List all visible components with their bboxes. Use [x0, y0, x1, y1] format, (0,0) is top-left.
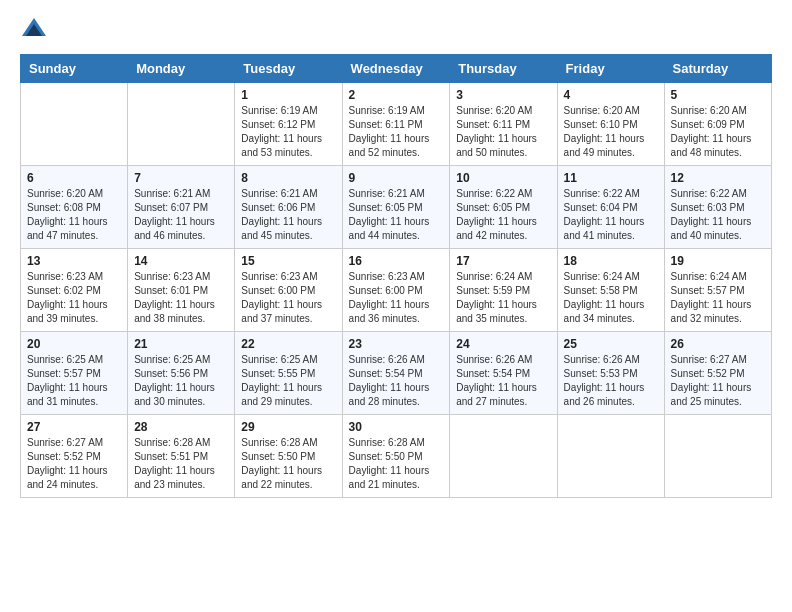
day-number: 13: [27, 254, 121, 268]
day-number: 7: [134, 171, 228, 185]
day-number: 21: [134, 337, 228, 351]
day-info: Sunrise: 6:28 AM Sunset: 5:50 PM Dayligh…: [241, 436, 335, 492]
day-number: 1: [241, 88, 335, 102]
calendar-cell: 20Sunrise: 6:25 AM Sunset: 5:57 PM Dayli…: [21, 332, 128, 415]
day-info: Sunrise: 6:21 AM Sunset: 6:07 PM Dayligh…: [134, 187, 228, 243]
day-info: Sunrise: 6:24 AM Sunset: 5:58 PM Dayligh…: [564, 270, 658, 326]
calendar-cell: 25Sunrise: 6:26 AM Sunset: 5:53 PM Dayli…: [557, 332, 664, 415]
week-row-1: 1Sunrise: 6:19 AM Sunset: 6:12 PM Daylig…: [21, 83, 772, 166]
calendar-cell: 13Sunrise: 6:23 AM Sunset: 6:02 PM Dayli…: [21, 249, 128, 332]
day-info: Sunrise: 6:27 AM Sunset: 5:52 PM Dayligh…: [27, 436, 121, 492]
calendar-cell: [21, 83, 128, 166]
day-info: Sunrise: 6:26 AM Sunset: 5:54 PM Dayligh…: [456, 353, 550, 409]
day-number: 4: [564, 88, 658, 102]
calendar-cell: [557, 415, 664, 498]
day-info: Sunrise: 6:20 AM Sunset: 6:10 PM Dayligh…: [564, 104, 658, 160]
week-row-5: 27Sunrise: 6:27 AM Sunset: 5:52 PM Dayli…: [21, 415, 772, 498]
calendar-cell: 21Sunrise: 6:25 AM Sunset: 5:56 PM Dayli…: [128, 332, 235, 415]
week-row-4: 20Sunrise: 6:25 AM Sunset: 5:57 PM Dayli…: [21, 332, 772, 415]
day-number: 2: [349, 88, 444, 102]
week-row-2: 6Sunrise: 6:20 AM Sunset: 6:08 PM Daylig…: [21, 166, 772, 249]
day-info: Sunrise: 6:28 AM Sunset: 5:51 PM Dayligh…: [134, 436, 228, 492]
day-number: 14: [134, 254, 228, 268]
calendar-cell: 29Sunrise: 6:28 AM Sunset: 5:50 PM Dayli…: [235, 415, 342, 498]
day-info: Sunrise: 6:21 AM Sunset: 6:05 PM Dayligh…: [349, 187, 444, 243]
day-number: 20: [27, 337, 121, 351]
day-number: 26: [671, 337, 765, 351]
day-number: 25: [564, 337, 658, 351]
day-info: Sunrise: 6:22 AM Sunset: 6:03 PM Dayligh…: [671, 187, 765, 243]
day-info: Sunrise: 6:23 AM Sunset: 6:00 PM Dayligh…: [349, 270, 444, 326]
day-info: Sunrise: 6:20 AM Sunset: 6:09 PM Dayligh…: [671, 104, 765, 160]
day-info: Sunrise: 6:27 AM Sunset: 5:52 PM Dayligh…: [671, 353, 765, 409]
calendar-cell: 16Sunrise: 6:23 AM Sunset: 6:00 PM Dayli…: [342, 249, 450, 332]
calendar-cell: 11Sunrise: 6:22 AM Sunset: 6:04 PM Dayli…: [557, 166, 664, 249]
day-number: 11: [564, 171, 658, 185]
day-info: Sunrise: 6:25 AM Sunset: 5:57 PM Dayligh…: [27, 353, 121, 409]
calendar-cell: 22Sunrise: 6:25 AM Sunset: 5:55 PM Dayli…: [235, 332, 342, 415]
day-info: Sunrise: 6:22 AM Sunset: 6:05 PM Dayligh…: [456, 187, 550, 243]
calendar-table: SundayMondayTuesdayWednesdayThursdayFrid…: [20, 54, 772, 498]
day-number: 8: [241, 171, 335, 185]
weekday-wednesday: Wednesday: [342, 55, 450, 83]
calendar-cell: 10Sunrise: 6:22 AM Sunset: 6:05 PM Dayli…: [450, 166, 557, 249]
day-number: 10: [456, 171, 550, 185]
calendar-cell: 5Sunrise: 6:20 AM Sunset: 6:09 PM Daylig…: [664, 83, 771, 166]
day-number: 6: [27, 171, 121, 185]
day-info: Sunrise: 6:24 AM Sunset: 5:57 PM Dayligh…: [671, 270, 765, 326]
calendar-cell: 23Sunrise: 6:26 AM Sunset: 5:54 PM Dayli…: [342, 332, 450, 415]
day-number: 12: [671, 171, 765, 185]
day-info: Sunrise: 6:20 AM Sunset: 6:11 PM Dayligh…: [456, 104, 550, 160]
day-info: Sunrise: 6:25 AM Sunset: 5:56 PM Dayligh…: [134, 353, 228, 409]
day-number: 30: [349, 420, 444, 434]
day-info: Sunrise: 6:20 AM Sunset: 6:08 PM Dayligh…: [27, 187, 121, 243]
logo-icon: [20, 16, 48, 44]
calendar-cell: 27Sunrise: 6:27 AM Sunset: 5:52 PM Dayli…: [21, 415, 128, 498]
calendar-cell: 26Sunrise: 6:27 AM Sunset: 5:52 PM Dayli…: [664, 332, 771, 415]
calendar-cell: 9Sunrise: 6:21 AM Sunset: 6:05 PM Daylig…: [342, 166, 450, 249]
day-number: 29: [241, 420, 335, 434]
day-info: Sunrise: 6:23 AM Sunset: 6:01 PM Dayligh…: [134, 270, 228, 326]
logo: [20, 20, 52, 44]
day-number: 22: [241, 337, 335, 351]
day-info: Sunrise: 6:25 AM Sunset: 5:55 PM Dayligh…: [241, 353, 335, 409]
weekday-sunday: Sunday: [21, 55, 128, 83]
calendar-cell: 17Sunrise: 6:24 AM Sunset: 5:59 PM Dayli…: [450, 249, 557, 332]
weekday-tuesday: Tuesday: [235, 55, 342, 83]
calendar-cell: 3Sunrise: 6:20 AM Sunset: 6:11 PM Daylig…: [450, 83, 557, 166]
calendar-cell: 28Sunrise: 6:28 AM Sunset: 5:51 PM Dayli…: [128, 415, 235, 498]
calendar-cell: [128, 83, 235, 166]
day-number: 17: [456, 254, 550, 268]
calendar-cell: 12Sunrise: 6:22 AM Sunset: 6:03 PM Dayli…: [664, 166, 771, 249]
day-number: 28: [134, 420, 228, 434]
day-info: Sunrise: 6:26 AM Sunset: 5:53 PM Dayligh…: [564, 353, 658, 409]
day-info: Sunrise: 6:23 AM Sunset: 6:00 PM Dayligh…: [241, 270, 335, 326]
day-number: 23: [349, 337, 444, 351]
weekday-monday: Monday: [128, 55, 235, 83]
day-number: 16: [349, 254, 444, 268]
weekday-header-row: SundayMondayTuesdayWednesdayThursdayFrid…: [21, 55, 772, 83]
weekday-saturday: Saturday: [664, 55, 771, 83]
calendar-cell: 15Sunrise: 6:23 AM Sunset: 6:00 PM Dayli…: [235, 249, 342, 332]
calendar-cell: 14Sunrise: 6:23 AM Sunset: 6:01 PM Dayli…: [128, 249, 235, 332]
calendar-cell: 4Sunrise: 6:20 AM Sunset: 6:10 PM Daylig…: [557, 83, 664, 166]
calendar-cell: 24Sunrise: 6:26 AM Sunset: 5:54 PM Dayli…: [450, 332, 557, 415]
day-info: Sunrise: 6:28 AM Sunset: 5:50 PM Dayligh…: [349, 436, 444, 492]
calendar-cell: 6Sunrise: 6:20 AM Sunset: 6:08 PM Daylig…: [21, 166, 128, 249]
day-number: 18: [564, 254, 658, 268]
day-number: 27: [27, 420, 121, 434]
day-info: Sunrise: 6:24 AM Sunset: 5:59 PM Dayligh…: [456, 270, 550, 326]
calendar-cell: 1Sunrise: 6:19 AM Sunset: 6:12 PM Daylig…: [235, 83, 342, 166]
calendar-cell: 18Sunrise: 6:24 AM Sunset: 5:58 PM Dayli…: [557, 249, 664, 332]
day-number: 5: [671, 88, 765, 102]
day-number: 9: [349, 171, 444, 185]
day-info: Sunrise: 6:19 AM Sunset: 6:11 PM Dayligh…: [349, 104, 444, 160]
calendar-cell: [450, 415, 557, 498]
calendar-cell: 8Sunrise: 6:21 AM Sunset: 6:06 PM Daylig…: [235, 166, 342, 249]
calendar-cell: 30Sunrise: 6:28 AM Sunset: 5:50 PM Dayli…: [342, 415, 450, 498]
day-info: Sunrise: 6:19 AM Sunset: 6:12 PM Dayligh…: [241, 104, 335, 160]
calendar-cell: 19Sunrise: 6:24 AM Sunset: 5:57 PM Dayli…: [664, 249, 771, 332]
day-info: Sunrise: 6:21 AM Sunset: 6:06 PM Dayligh…: [241, 187, 335, 243]
week-row-3: 13Sunrise: 6:23 AM Sunset: 6:02 PM Dayli…: [21, 249, 772, 332]
day-number: 24: [456, 337, 550, 351]
